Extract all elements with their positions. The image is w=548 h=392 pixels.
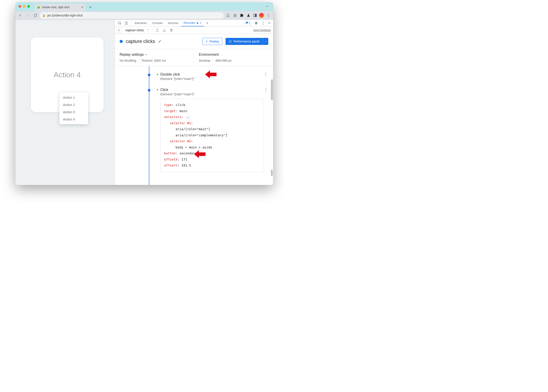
tab-elements[interactable]: Elements (132, 20, 149, 26)
devtools-panel-icon[interactable] (252, 12, 258, 19)
forward-button[interactable] (25, 12, 31, 19)
export-icon[interactable] (155, 28, 160, 33)
close-devtools-button[interactable]: × (267, 21, 272, 25)
context-menu-item[interactable]: Action 2 (59, 101, 88, 108)
minimize-window-button[interactable] (23, 5, 26, 8)
recorder-timeline: Double click Element "[role="main"]" (115, 66, 273, 185)
delete-icon[interactable] (169, 28, 174, 33)
toolbar-right-group (225, 12, 271, 19)
demo-card-title: Action 4 (31, 70, 104, 79)
demo-page: Action 4 Action 1 Action 2 Action 3 Acti… (15, 20, 114, 185)
replay-button-label: Replay (210, 40, 219, 43)
window-controls (19, 5, 30, 8)
new-tab-button[interactable]: + (87, 4, 93, 10)
svg-point-6 (229, 41, 231, 42)
devtools-settings-icon[interactable] (253, 20, 260, 26)
performance-panel-label: Performance panel (233, 40, 260, 43)
issues-chip[interactable]: 1 (244, 21, 252, 25)
performance-panel-group: Performance panel (225, 38, 268, 45)
maximize-window-button[interactable] (27, 5, 30, 8)
bookmark-star-icon[interactable] (232, 12, 238, 19)
devtools-panel: Elements Console Sources Recorder × 1 (114, 20, 273, 185)
tab-recorder-label: Recorder (184, 21, 195, 24)
send-feedback-link[interactable]: Send feedback (253, 29, 271, 32)
step-menu-button[interactable] (263, 73, 269, 76)
edit-title-icon[interactable] (158, 39, 162, 44)
selector-picker-icon[interactable]: ◰ (186, 115, 190, 119)
environment-title: Environment (199, 53, 268, 56)
new-recording-button[interactable]: + (116, 27, 122, 33)
replay-settings-title[interactable]: Replay settings (119, 53, 189, 56)
tab-title: double click, right click (42, 6, 69, 9)
replay-settings-label: Replay settings (119, 53, 144, 56)
detail-offsety: 191.5 (182, 164, 191, 167)
environment-viewport: 458×566 px (215, 59, 232, 62)
detail-offsetx: 171 (182, 158, 187, 161)
profile-avatar[interactable] (259, 12, 265, 19)
page-scrollbar[interactable] (271, 170, 273, 176)
replay-settings-section: Replay settings No throttling | Timeout:… (115, 49, 194, 66)
back-button[interactable] (17, 12, 24, 19)
environment-device: Desktop (199, 59, 210, 62)
detail-selectors-label: selectors (164, 115, 182, 119)
timeline-step[interactable]: Click Element "[role="main"]" type: clic… (149, 86, 273, 175)
step-subtitle: Element "[role="main"]" (160, 92, 269, 96)
close-window-button[interactable] (19, 5, 21, 8)
context-menu-item[interactable]: Action 4 (59, 116, 88, 123)
devtools-scrollbar[interactable] (271, 79, 273, 100)
import-icon[interactable] (162, 28, 167, 33)
devtools-tabbar: Elements Console Sources Recorder × 1 (115, 20, 273, 26)
browser-window: 🧩 double click, right click × + 🔒 jec.fy… (15, 2, 273, 185)
content-area: Action 4 Action 1 Action 2 Action 3 Acti… (15, 20, 273, 185)
recording-selector-chevron-icon[interactable] (147, 28, 149, 32)
step-dot-icon (148, 74, 150, 76)
tab-strip: 🧩 double click, right click × + (15, 2, 273, 11)
settings-row: Replay settings No throttling | Timeout:… (115, 49, 273, 66)
step-title: Double click (160, 72, 180, 77)
reload-button[interactable] (32, 12, 39, 19)
tabs-chevron-icon[interactable] (266, 5, 269, 9)
step-title: Click (160, 88, 168, 92)
chevron-right-icon[interactable] (156, 73, 159, 76)
detail-sel2-label: selector #2 (170, 140, 191, 143)
inspect-element-icon[interactable] (116, 20, 123, 26)
context-menu-item[interactable]: Action 1 (59, 94, 88, 101)
flask-icon (196, 21, 199, 24)
browser-tab[interactable]: 🧩 double click, right click × (35, 4, 85, 11)
tab-favicon-icon: 🧩 (37, 6, 40, 9)
performance-panel-button[interactable]: Performance panel (225, 38, 263, 45)
detail-sel1b: aria/[role="complementary"] (164, 132, 260, 139)
detail-sel1-label: selector #1 (170, 121, 191, 125)
close-tab-button[interactable]: × (81, 5, 83, 9)
replay-button[interactable]: Replay (202, 38, 223, 45)
more-tabs-chevron-icon[interactable] (204, 20, 211, 26)
step-menu-button[interactable] (263, 88, 269, 91)
address-bar[interactable]: 🔒 jec.fyi/demo/dbl-right-click (40, 12, 224, 19)
browser-menu-button[interactable] (265, 14, 271, 17)
throttling-value: No throttling (119, 59, 136, 62)
extensions-icon[interactable] (239, 12, 245, 19)
recorder-toolbar: + capture clicks Send feedback (115, 26, 273, 34)
close-recorder-tab[interactable]: × (200, 21, 201, 25)
recording-title: capture clicks (126, 39, 155, 44)
lab-flask-icon[interactable] (245, 12, 252, 19)
tab-sources[interactable]: Sources (165, 20, 181, 26)
share-icon[interactable] (225, 12, 231, 19)
step-details: type: click target: main selectors: ◰ se… (160, 99, 264, 172)
browser-toolbar: 🔒 jec.fyi/demo/dbl-right-click (15, 11, 273, 20)
environment-section: Environment Desktop | 458×566 px (194, 49, 273, 66)
tab-console[interactable]: Console (149, 20, 165, 26)
devtools-menu-button[interactable] (260, 21, 266, 25)
chevron-down-icon[interactable] (156, 88, 159, 92)
annotation-arrow-icon (194, 150, 205, 159)
performance-panel-dropdown[interactable] (263, 38, 268, 45)
context-menu-item[interactable]: Action 3 (59, 108, 88, 116)
svg-point-0 (249, 16, 249, 16)
lock-icon: 🔒 (42, 14, 46, 17)
detail-sel2a: body > main > aside (164, 145, 260, 151)
device-toggle-icon[interactable] (123, 20, 130, 26)
tab-recorder[interactable]: Recorder × (181, 20, 204, 26)
context-menu: Action 1 Action 2 Action 3 Action 4 (59, 92, 88, 124)
url-text: jec.fyi/demo/dbl-right-click (47, 14, 83, 17)
timeout-value: Timeout: 5000 ms (141, 59, 166, 62)
